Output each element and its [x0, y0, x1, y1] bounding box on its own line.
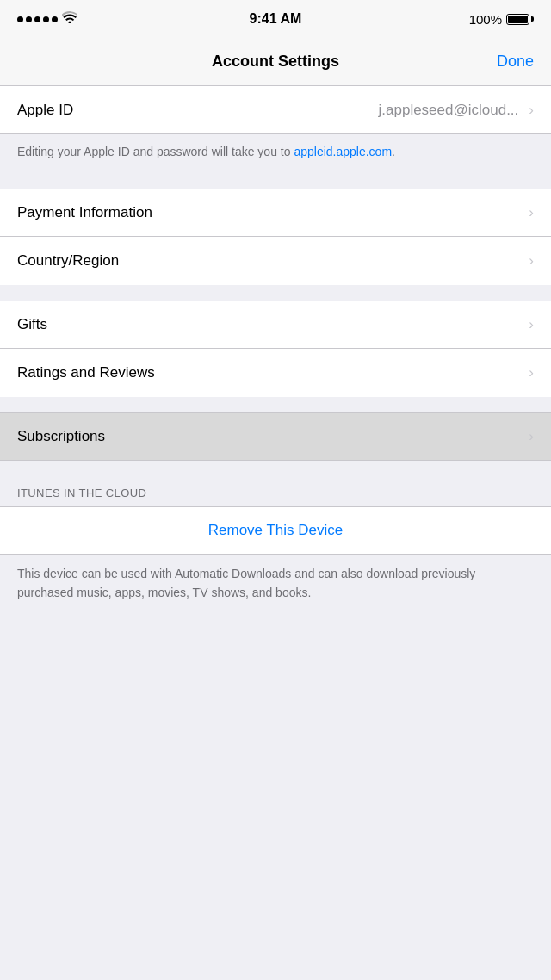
nav-bar: Account Settings Done	[0, 38, 551, 86]
gifts-section: Gifts › Ratings and Reviews ›	[0, 301, 551, 397]
section-gap-1	[0, 173, 551, 189]
section-gap-4	[0, 461, 551, 476]
apple-id-section: Apple ID j.appleseed@icloud... ›	[0, 86, 551, 134]
apple-id-row[interactable]: Apple ID j.appleseed@icloud... ›	[0, 86, 551, 134]
page-title: Account Settings	[212, 53, 339, 71]
status-bar: 9:41 AM 100%	[0, 0, 551, 38]
subscriptions-section: Subscriptions ›	[0, 412, 551, 461]
gifts-label: Gifts	[17, 316, 47, 333]
chevron-icon: ›	[529, 102, 534, 119]
status-time: 9:41 AM	[250, 11, 302, 27]
chevron-icon: ›	[529, 204, 534, 221]
chevron-icon: ›	[529, 252, 534, 270]
ratings-reviews-label: Ratings and Reviews	[17, 364, 155, 381]
signal-icon	[17, 16, 58, 22]
section-gap-3	[0, 397, 551, 412]
apple-id-value: j.appleseed@icloud...	[379, 102, 519, 119]
chevron-icon: ›	[529, 428, 534, 445]
payment-information-row[interactable]: Payment Information ›	[0, 189, 551, 237]
device-description-text: This device can be used with Automatic D…	[17, 565, 534, 602]
subscriptions-row[interactable]: Subscriptions ›	[0, 412, 551, 461]
itunes-cloud-header: iTUNES IN THE CLOUD	[0, 476, 551, 506]
wifi-icon	[62, 10, 77, 28]
chevron-icon: ›	[529, 364, 534, 381]
payment-section: Payment Information › Country/Region ›	[0, 189, 551, 285]
apple-id-link[interactable]: appleid.apple.com	[294, 145, 392, 158]
country-region-label: Country/Region	[17, 252, 119, 270]
apple-id-info-text: Editing your Apple ID and password will …	[17, 145, 395, 158]
remove-device-label: Remove This Device	[208, 522, 344, 539]
country-region-row[interactable]: Country/Region ›	[0, 237, 551, 285]
payment-information-label: Payment Information	[17, 204, 152, 221]
done-button[interactable]: Done	[497, 53, 534, 71]
battery-icon	[506, 14, 534, 25]
chevron-icon: ›	[529, 316, 534, 333]
status-right: 100%	[469, 12, 534, 27]
section-gap-2	[0, 285, 551, 301]
apple-id-label: Apple ID	[17, 102, 73, 119]
subscriptions-label: Subscriptions	[17, 428, 105, 445]
gifts-row[interactable]: Gifts ›	[0, 301, 551, 349]
device-description-box: This device can be used with Automatic D…	[0, 555, 551, 616]
ratings-reviews-row[interactable]: Ratings and Reviews ›	[0, 349, 551, 397]
status-left	[17, 10, 77, 28]
remove-device-row[interactable]: Remove This Device	[0, 506, 551, 555]
battery-percent: 100%	[469, 12, 502, 27]
apple-id-info-box: Editing your Apple ID and password will …	[0, 134, 551, 173]
